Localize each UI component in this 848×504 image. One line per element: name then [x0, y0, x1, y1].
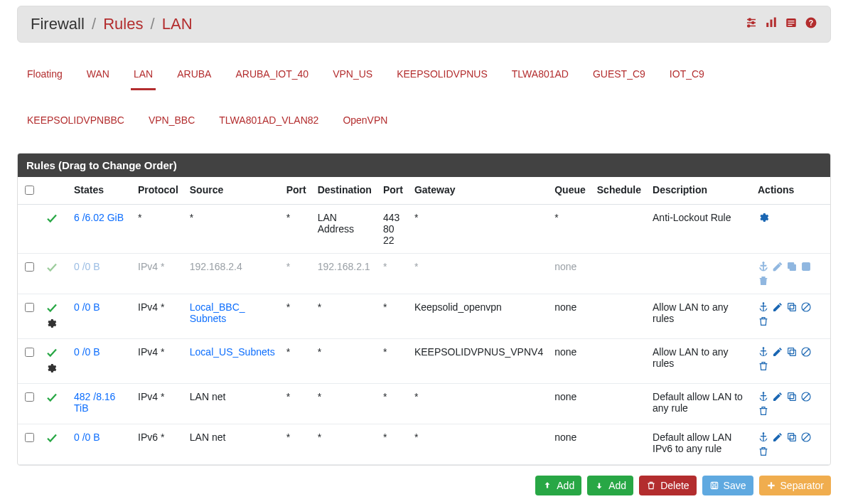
- col-port1[interactable]: Port: [281, 177, 312, 205]
- states-link[interactable]: 0 /0 B: [74, 431, 100, 443]
- states-link[interactable]: 0 /0 B: [74, 301, 100, 313]
- tab-wan[interactable]: WAN: [84, 63, 112, 90]
- delete-button[interactable]: Delete: [639, 476, 696, 495]
- tab-guest_c9[interactable]: GUEST_C9: [590, 63, 648, 90]
- copy-icon[interactable]: [786, 301, 798, 313]
- disable-icon[interactable]: [800, 346, 812, 358]
- help-icon[interactable]: ?: [805, 16, 817, 32]
- col-source[interactable]: Source: [184, 177, 281, 205]
- source-link[interactable]: Local_US_Subnets: [190, 346, 275, 358]
- col-queue[interactable]: Queue: [549, 177, 591, 205]
- anchor-icon[interactable]: [758, 261, 769, 272]
- copy-icon[interactable]: [786, 261, 798, 272]
- add-bottom-button[interactable]: Add: [587, 476, 633, 495]
- row-select-checkbox[interactable]: [25, 392, 34, 402]
- anchor-icon[interactable]: [758, 431, 769, 443]
- copy-icon[interactable]: [786, 391, 798, 402]
- edit-icon[interactable]: [772, 431, 783, 443]
- states-link[interactable]: 482 /8.16 TiB: [74, 391, 115, 414]
- table-row[interactable]: 0 /0 BIPv4 *Local_BBC_Subnets***Keepsoli…: [18, 294, 830, 339]
- col-protocol[interactable]: Protocol: [132, 177, 184, 205]
- table-row[interactable]: 482 /8.16 TiBIPv4 *LAN net****noneDefaul…: [18, 384, 830, 424]
- svg-rect-39: [788, 393, 794, 399]
- svg-rect-29: [763, 349, 763, 355]
- port-text: *: [377, 294, 409, 339]
- destination-text: *: [312, 384, 377, 424]
- disable-icon[interactable]: [800, 301, 812, 313]
- col-gateway[interactable]: Gateway: [409, 177, 549, 205]
- pass-icon: [45, 346, 58, 361]
- anchor-icon[interactable]: [758, 346, 769, 358]
- add-top-button[interactable]: Add: [535, 476, 581, 495]
- edit-icon[interactable]: [772, 301, 783, 313]
- delete-icon[interactable]: [758, 275, 769, 286]
- tab-aruba[interactable]: ARUBA: [174, 63, 214, 90]
- disable-icon[interactable]: [800, 391, 812, 402]
- enable-icon[interactable]: [800, 261, 812, 272]
- row-select-checkbox[interactable]: [25, 262, 34, 272]
- col-states[interactable]: States: [68, 177, 132, 205]
- anchor-icon[interactable]: [758, 391, 769, 402]
- svg-rect-24: [790, 305, 795, 311]
- states-link[interactable]: 0 /0 B: [74, 261, 100, 272]
- description-text: Default allow LAN IPv6 to any rule: [647, 424, 752, 465]
- tab-iot_c9[interactable]: IOT_C9: [667, 63, 707, 90]
- col-description[interactable]: Description: [647, 177, 752, 205]
- tab-tlwa801ad_vlan82[interactable]: TLWA801AD_VLAN82: [216, 109, 321, 134]
- row-select-checkbox[interactable]: [25, 348, 34, 357]
- protocol-text: IPv6 *: [132, 424, 184, 465]
- svg-text:?: ?: [809, 18, 813, 27]
- delete-icon[interactable]: [758, 446, 769, 457]
- schedule-text: [591, 339, 647, 384]
- tab-keepsolidvpnbbc[interactable]: KEEPSOLIDVPNBBC: [24, 109, 127, 134]
- tab-vpn_bbc[interactable]: VPN_BBC: [146, 109, 198, 134]
- edit-icon[interactable]: [772, 261, 783, 272]
- anchor-icon[interactable]: [758, 301, 769, 313]
- col-port2[interactable]: Port: [377, 177, 409, 205]
- select-all-checkbox[interactable]: [25, 186, 34, 195]
- tab-lan[interactable]: LAN: [131, 63, 156, 90]
- states-link[interactable]: 0 /0 B: [74, 346, 100, 358]
- log-icon[interactable]: [785, 16, 798, 32]
- row-select-checkbox[interactable]: [25, 433, 34, 442]
- edit-icon[interactable]: [772, 391, 783, 402]
- settings-icon[interactable]: [758, 212, 769, 223]
- breadcrumb-rules[interactable]: Rules: [103, 15, 143, 33]
- source-link[interactable]: Local_BBC_Subnets: [190, 301, 245, 324]
- copy-icon[interactable]: [786, 431, 798, 443]
- row-select-checkbox[interactable]: [25, 303, 34, 312]
- tab-keepsolidvpnus[interactable]: KEEPSOLIDVPNUS: [394, 63, 490, 90]
- tab-tlwa801ad[interactable]: TLWA801AD: [509, 63, 571, 90]
- queue-text: none: [549, 254, 591, 294]
- tab-aruba_iot_40[interactable]: ARUBA_IOT_40: [232, 63, 311, 90]
- sliders-icon[interactable]: [745, 16, 758, 32]
- save-button[interactable]: Save: [702, 476, 753, 495]
- table-row[interactable]: 0 /0 BIPv4 *192.168.2.4*192.168.2.1**non…: [18, 254, 830, 294]
- disable-icon[interactable]: [800, 431, 812, 443]
- tab-floating[interactable]: Floating: [24, 63, 65, 90]
- col-destination[interactable]: Destination: [312, 177, 377, 205]
- interface-tabs: FloatingWANLANARUBAARUBA_IOT_40VPN_USKEE…: [17, 55, 831, 134]
- table-row[interactable]: 0 /0 BIPv4 *Local_US_Subnets***KEEPSOLID…: [18, 339, 830, 384]
- pass-icon: [45, 431, 58, 446]
- copy-icon[interactable]: [786, 346, 798, 358]
- states-link[interactable]: 6 /6.02 GiB: [74, 212, 124, 223]
- table-row[interactable]: 6 /6.02 GiB***LAN Address4438022**Anti-L…: [18, 205, 830, 254]
- svg-point-15: [763, 262, 765, 264]
- svg-line-41: [803, 394, 809, 400]
- queue-text: *: [549, 205, 591, 254]
- tab-openvpn[interactable]: OpenVPN: [340, 109, 390, 134]
- destination-text: LAN Address: [312, 205, 377, 254]
- edit-icon[interactable]: [772, 346, 783, 358]
- delete-icon[interactable]: [758, 316, 769, 327]
- table-row[interactable]: 0 /0 BIPv6 *LAN net****noneDefault allow…: [18, 424, 830, 465]
- bar-chart-icon[interactable]: [765, 16, 778, 32]
- pass-icon: [45, 391, 58, 406]
- port-text: *: [377, 424, 409, 465]
- tab-vpn_us[interactable]: VPN_US: [330, 63, 375, 90]
- breadcrumb-lan[interactable]: LAN: [162, 15, 193, 33]
- separator-button[interactable]: Separator: [759, 476, 831, 495]
- delete-icon[interactable]: [758, 360, 769, 372]
- delete-icon[interactable]: [758, 405, 769, 417]
- col-schedule[interactable]: Schedule: [591, 177, 647, 205]
